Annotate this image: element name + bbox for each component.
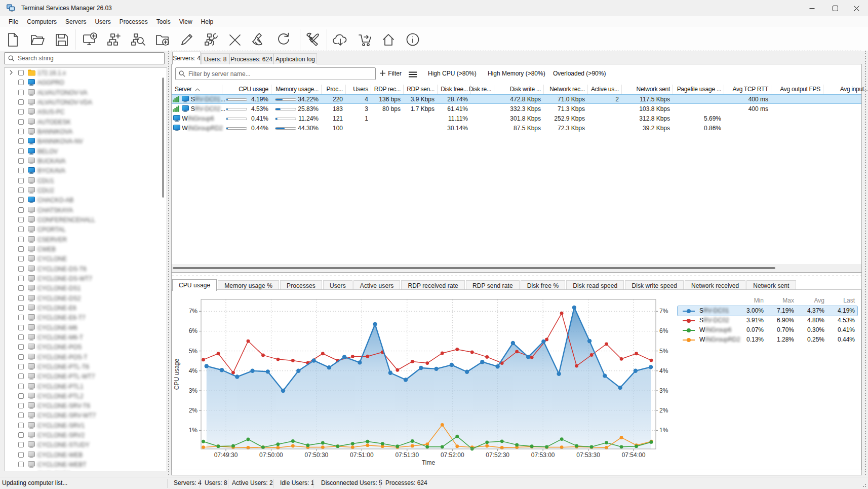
tree-item-computer[interactable]: CYCLONE-WEBT — [5, 460, 167, 469]
tree-checkbox[interactable] — [18, 217, 24, 222]
delete-button[interactable] — [226, 31, 243, 48]
legend-row[interactable]: WINGroup60.07%0.70%0.30%0.41% — [682, 325, 859, 335]
tree-item-computer[interactable]: CHATSKAYA — [5, 205, 167, 215]
menu-processes[interactable]: Processes — [115, 17, 152, 26]
column-header-memory-usage[interactable]: Memory usage... — [271, 85, 322, 94]
sidebar-search-input[interactable]: Search string — [4, 52, 165, 64]
tree-item-computer[interactable]: ALVAUTONOV-VA — [5, 88, 167, 97]
tree-item-computer[interactable]: CONFERENCEHALL — [5, 215, 167, 224]
column-header-network-rec[interactable]: Network rec... — [544, 85, 588, 94]
column-header-network-sent[interactable]: Network sent — [622, 85, 673, 94]
column-header-server[interactable]: Server — [172, 85, 222, 94]
tree-item-computer[interactable]: CYCLONE-SRV-T6 — [5, 401, 167, 410]
table-row[interactable]: WINGroup60.41%11.24%121111.11%301.8 Kbps… — [172, 114, 861, 124]
column-header-disk-free[interactable]: Disk free... — [438, 85, 471, 94]
tree-item-computer[interactable]: CYCLONE — [5, 254, 167, 264]
new-file-button[interactable] — [4, 31, 21, 48]
column-header-disk-re[interactable]: Disk re... — [471, 85, 494, 94]
menu-view[interactable]: View — [175, 17, 196, 26]
tree-item-computer[interactable]: CSERVER — [5, 235, 167, 244]
clean-button[interactable] — [250, 31, 267, 48]
tree-item-computer[interactable]: CYCLONE-POS — [5, 342, 167, 352]
tree-checkbox[interactable] — [18, 452, 24, 458]
tree-checkbox[interactable] — [18, 158, 24, 164]
filter-preset-1[interactable]: High Memory (>80%) — [488, 70, 545, 77]
column-header-active-us[interactable]: Active us... — [588, 85, 622, 94]
chart-tab-cpu-usage[interactable]: CPU usage — [172, 279, 217, 291]
tree-item-computer[interactable]: CYCLONE-DS-WT7 — [5, 274, 167, 283]
tree-checkbox[interactable] — [18, 178, 24, 183]
tree-checkbox[interactable] — [18, 148, 24, 154]
menu-computers[interactable]: Computers — [23, 17, 61, 26]
tree-item-computer[interactable]: CYCLONE-SRV-WT7 — [5, 410, 167, 420]
panel-splitter[interactable] — [172, 276, 861, 277]
column-header-users[interactable]: Users — [346, 85, 371, 94]
filter-preset-2[interactable]: Overloaded (>90%) — [553, 70, 606, 77]
tree-checkbox[interactable] — [18, 393, 24, 399]
column-header-rdp-rec[interactable]: RDP rec... — [371, 85, 404, 94]
tree-item-computer[interactable]: AUTODESK — [5, 117, 167, 127]
tree-checkbox[interactable] — [18, 168, 24, 173]
column-header-avg-output-fps[interactable]: Avg output FPS — [771, 85, 823, 94]
tree-item-computer[interactable]: CYCLONE-PTL-T6 — [5, 362, 167, 371]
legend-row[interactable]: SRV-DC013.00%7.19%4.37%4.19% — [682, 306, 859, 316]
tree-item-computer[interactable]: CYCLONE-DS2 — [5, 293, 167, 303]
maximize-button[interactable] — [823, 0, 847, 16]
tree-item-computer[interactable]: CYCLONE-E6 — [5, 303, 167, 313]
add-group-button[interactable] — [105, 31, 122, 48]
column-header-disk-write[interactable]: Disk write ... — [494, 85, 544, 94]
tree-item-computer[interactable]: CDU2 — [5, 185, 167, 195]
tree-checkbox[interactable] — [18, 295, 24, 301]
menu-servers[interactable]: Servers — [61, 17, 90, 26]
tree-item-computer[interactable]: CYCLONE-PTL-WT7 — [5, 371, 167, 381]
tree-checkbox[interactable] — [18, 432, 24, 438]
tree-scrollbar[interactable] — [162, 78, 164, 198]
menu-users[interactable]: Users — [91, 17, 114, 26]
tree-checkbox[interactable] — [18, 285, 24, 291]
tree-checkbox[interactable] — [18, 442, 24, 447]
save-button[interactable] — [53, 31, 70, 48]
tree-checkbox[interactable] — [18, 197, 24, 203]
tree-item-computer[interactable]: CYCLONE-M6 — [5, 323, 167, 332]
download-cloud-button[interactable] — [332, 31, 349, 48]
tree-item-computer[interactable]: BELOV — [5, 146, 167, 156]
tree-checkbox[interactable] — [18, 344, 24, 350]
tree-checkbox[interactable] — [18, 462, 24, 467]
filter-preset-0[interactable]: High CPU (>80%) — [428, 70, 477, 77]
tree-checkbox[interactable] — [18, 109, 24, 115]
column-header-avg-input[interactable]: Avg input... — [823, 85, 868, 94]
tree-checkbox[interactable] — [18, 90, 24, 95]
settings-tools-button[interactable] — [304, 31, 321, 48]
legend-row[interactable]: WINGroupRD20.13%1.28%0.25%0.44% — [682, 335, 859, 345]
legend-row[interactable]: SRV-DC023.91%6.90%4.80%4.53% — [682, 316, 859, 325]
tree-checkbox[interactable] — [18, 325, 24, 330]
tree-checkbox[interactable] — [18, 256, 24, 261]
tree-item-computer[interactable]: CHACKO-AB — [5, 195, 167, 205]
tree-item-computer[interactable]: BANNIKOVA-NV — [5, 136, 167, 146]
tree-item-computer[interactable]: CWEB — [5, 244, 167, 254]
manage-computer-button[interactable] — [202, 31, 219, 48]
tree-checkbox[interactable] — [18, 129, 24, 134]
tree-item-computer[interactable]: AGGPRO — [5, 78, 167, 87]
tree-item-computer[interactable]: CYCLONE-PTL2 — [5, 391, 167, 401]
tree-item-computer[interactable]: CYCLONE-M6-T — [5, 332, 167, 342]
open-folder-button[interactable] — [28, 31, 46, 48]
tree-item-computer[interactable]: CYCLONE-SRV2 — [5, 430, 167, 440]
tab-processes[interactable]: Processes: 624 — [229, 53, 273, 64]
tree-checkbox[interactable] — [18, 315, 24, 320]
tree-checkbox[interactable] — [18, 227, 24, 232]
tree-checkbox[interactable] — [18, 138, 24, 144]
add-filter-button[interactable]: Filter — [380, 70, 402, 77]
tree-checkbox[interactable] — [18, 207, 24, 213]
minimize-button[interactable] — [800, 0, 823, 16]
expand-chevron-icon[interactable] — [9, 69, 15, 76]
edit-button[interactable] — [178, 31, 195, 48]
tree-item-computer[interactable]: CYCLONE-SRV1 — [5, 421, 167, 430]
about-info-button[interactable] — [404, 31, 421, 48]
tree-item-computer[interactable]: CYCLONE-STUDY — [5, 440, 167, 449]
tree-item-computer[interactable]: ASUS-PC — [5, 107, 167, 117]
tree-item-computer[interactable]: BANNIKOVA — [5, 127, 167, 136]
tree-item-computer[interactable]: CDU1 — [5, 176, 167, 185]
tree-checkbox[interactable] — [18, 99, 24, 105]
tab-users[interactable]: Users: 8 — [201, 53, 229, 64]
